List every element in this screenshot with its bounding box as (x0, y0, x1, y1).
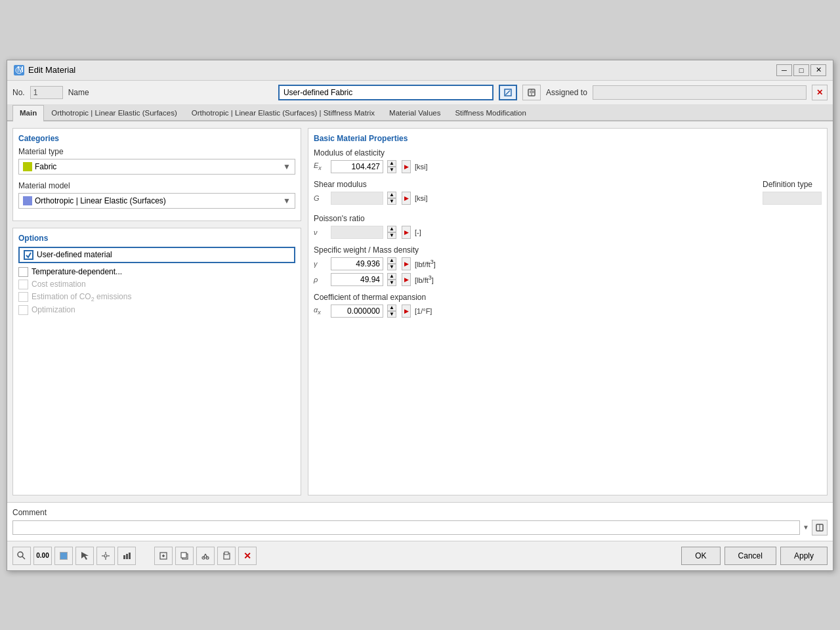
tab-main[interactable]: Main (12, 105, 44, 121)
material-model-dropdown[interactable]: Orthotropic | Linear Elastic (Surfaces) … (18, 193, 295, 209)
clear-assigned-button[interactable]: ✕ (812, 85, 828, 100)
comment-input[interactable] (12, 520, 800, 535)
nu-input[interactable] (331, 226, 383, 239)
gamma-spin-down[interactable]: ▼ (387, 264, 396, 270)
svg-marker-15 (81, 552, 89, 560)
app-icon: M (14, 65, 24, 75)
options-section: Options User-defined material Temperatur… (12, 228, 301, 495)
alpha-arrow-button[interactable]: ▶ (402, 304, 411, 318)
maximize-button[interactable]: □ (793, 64, 809, 76)
co2-emissions-checkbox[interactable] (18, 292, 28, 302)
paste-item-button[interactable] (217, 547, 236, 565)
material-model-label: Material model (18, 181, 295, 190)
footer: 0.00 (7, 541, 833, 570)
nu-spin-up[interactable]: ▲ (387, 226, 396, 232)
assigned-input[interactable] (593, 85, 807, 100)
no-input[interactable] (30, 86, 63, 99)
material-type-dropdown[interactable]: Fabric ▼ (18, 159, 295, 175)
optimization-option-row: Optimization (18, 304, 295, 316)
edit-material-window: M Edit Material ─ □ ✕ No. Name (7, 60, 833, 571)
gamma-row: γ ▲ ▼ ▶ [lbf/ft3] (314, 257, 822, 270)
tab-ortho2[interactable]: Orthotropic | Linear Elastic (Surfaces) … (184, 105, 382, 120)
nu-arrow-button[interactable]: ▶ (402, 226, 411, 239)
cursor-button[interactable] (75, 547, 94, 565)
optimization-checkbox[interactable] (18, 305, 28, 315)
g-spinner: ▲ ▼ (387, 192, 396, 205)
settings-button[interactable] (96, 547, 115, 565)
nu-unit: [-] (415, 228, 421, 236)
rho-input[interactable] (331, 273, 383, 286)
color-box-button[interactable] (54, 547, 73, 565)
tab-ortho1[interactable]: Orthotropic | Linear Elastic (Surfaces) (44, 105, 184, 120)
material-model-arrow-icon: ▼ (283, 196, 291, 205)
svg-rect-34 (224, 552, 228, 555)
user-defined-checkbox[interactable] (24, 250, 33, 260)
apply-button[interactable]: Apply (780, 547, 828, 565)
tab-stiffness-modification[interactable]: Stiffness Modification (448, 105, 533, 120)
paste-item-icon (222, 551, 231, 560)
definition-type-input[interactable] (763, 192, 822, 205)
comment-label: Comment (12, 508, 828, 517)
cancel-button[interactable]: Cancel (724, 547, 776, 565)
ex-spin-down[interactable]: ▼ (387, 167, 396, 173)
g-arrow-button[interactable]: ▶ (402, 192, 411, 205)
delete-icon: ✕ (243, 551, 251, 561)
modulus-ex-row: Ex ▲ ▼ ▶ [ksi] (314, 160, 822, 173)
search-button[interactable] (12, 547, 31, 565)
rho-arrow-button[interactable]: ▶ (402, 273, 411, 286)
material-model-value: Orthotropic | Linear Elastic (Surfaces) (35, 196, 166, 205)
material-type-group: Material type Fabric ▼ (18, 147, 295, 175)
cost-estimation-label: Cost estimation (32, 280, 86, 289)
assigned-label: Assigned to (546, 88, 587, 97)
minimize-button[interactable]: ─ (776, 64, 792, 76)
new-item-button[interactable] (154, 547, 173, 565)
content-pane: Categories Material type Fabric ▼ Materi… (7, 121, 833, 502)
alpha-var-label: αx (314, 306, 327, 316)
book-button[interactable] (522, 85, 541, 100)
gamma-spin-up[interactable]: ▲ (387, 257, 396, 264)
poissons-group: Poisson's ratio ν ▲ ▼ ▶ [-] (314, 214, 822, 239)
search-icon (16, 551, 27, 561)
cost-estimation-checkbox[interactable] (18, 280, 28, 289)
options-title: Options (18, 234, 295, 243)
copy-item-button[interactable] (175, 547, 194, 565)
g-input[interactable] (331, 192, 383, 205)
cursor-icon (79, 551, 90, 561)
alpha-spin-down[interactable]: ▼ (387, 311, 396, 318)
tab-material-values[interactable]: Material Values (382, 105, 448, 120)
close-button[interactable]: ✕ (810, 64, 826, 76)
rho-spin-up[interactable]: ▲ (387, 273, 396, 280)
nu-spin-down[interactable]: ▼ (387, 232, 396, 239)
spacer (138, 547, 152, 565)
edit-name-button[interactable] (499, 85, 517, 100)
ok-button[interactable]: OK (681, 547, 720, 565)
nu-var-label: ν (314, 228, 327, 236)
cut-item-button[interactable] (196, 547, 215, 565)
comment-section: Comment ▼ (7, 502, 833, 541)
temp-dependent-checkbox[interactable] (18, 267, 28, 277)
rho-var-label: ρ (314, 276, 327, 284)
alpha-input[interactable] (331, 304, 383, 318)
number-input-button[interactable]: 0.00 (33, 547, 52, 565)
name-label: Name (68, 88, 273, 97)
clear-icon: ✕ (816, 88, 823, 97)
gamma-var-label: γ (314, 260, 327, 268)
ex-input[interactable] (331, 160, 383, 173)
co2-emissions-option-row: Estimation of CO2 emissions (18, 291, 295, 304)
delete-item-button[interactable]: ✕ (238, 547, 257, 565)
gamma-arrow-button[interactable]: ▶ (402, 257, 411, 270)
rho-row: ρ ▲ ▼ ▶ [lb/ft3] (314, 273, 822, 286)
alpha-spin-up[interactable]: ▲ (387, 304, 396, 311)
g-spin-up[interactable]: ▲ (387, 192, 396, 198)
comment-book-button[interactable] (812, 520, 828, 536)
ex-arrow-button[interactable]: ▶ (402, 160, 411, 173)
rho-spin-down[interactable]: ▼ (387, 280, 396, 286)
user-defined-label: User-defined material (37, 250, 112, 259)
gamma-input[interactable] (331, 257, 383, 270)
ex-spin-up[interactable]: ▲ (387, 160, 396, 167)
name-input[interactable] (278, 85, 494, 100)
ex-var-label: Ex (314, 161, 327, 171)
material-type-arrow-icon: ▼ (283, 162, 291, 171)
g-spin-down[interactable]: ▼ (387, 198, 396, 205)
chart-button[interactable] (117, 547, 136, 565)
